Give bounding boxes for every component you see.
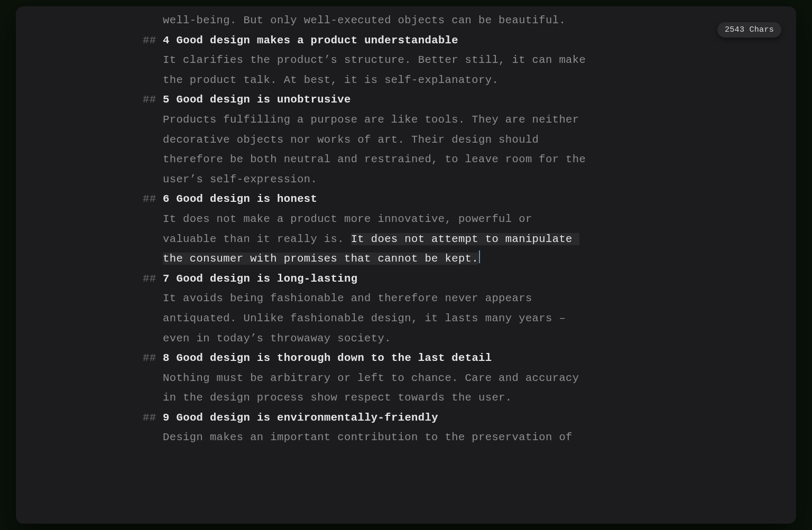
markdown-marker: ## [143, 273, 156, 285]
markdown-marker: ## [143, 352, 156, 364]
body-line[interactable]: It avoids being fashionable and therefor… [16, 289, 619, 348]
markdown-marker: ## [143, 94, 156, 106]
heading-text: 7 Good design is long-lasting [163, 273, 357, 285]
body-line-active[interactable]: It does not make a product more innovati… [16, 209, 619, 269]
body-text: Design makes an important contribution t… [163, 431, 573, 443]
heading-line[interactable]: ## 7 Good design is long-lasting [16, 269, 608, 289]
body-text: well-being. But only well-executed objec… [163, 14, 566, 26]
body-line[interactable]: Products fulfilling a purpose are like t… [16, 110, 619, 189]
heading-line[interactable]: ## 9 Good design is environmentally-frie… [16, 408, 608, 428]
body-text: Nothing must be arbitrary or left to cha… [163, 372, 586, 404]
editor-surface[interactable]: well-being. But only well-executed objec… [16, 6, 796, 524]
body-line[interactable]: Nothing must be arbitrary or left to cha… [16, 368, 619, 408]
heading-line[interactable]: ## 4 Good design makes a product underst… [16, 31, 608, 51]
markdown-marker: ## [143, 412, 156, 424]
body-text: It avoids being fashionable and therefor… [163, 292, 573, 344]
text-cursor [479, 250, 480, 263]
heading-text: 5 Good design is unobtrusive [163, 94, 351, 106]
markdown-marker: ## [143, 34, 156, 47]
body-text: It clarifies the product’s structure. Be… [163, 54, 593, 86]
heading-text: 9 Good design is environmentally-friendl… [163, 412, 438, 424]
heading-text: 8 Good design is thorough down to the la… [163, 352, 492, 364]
editor-window: 2543 Chars well-being. But only well-exe… [16, 6, 796, 524]
body-line[interactable]: Design makes an important contribution t… [16, 427, 619, 448]
markdown-marker: ## [143, 193, 156, 205]
heading-text: 6 Good design is honest [163, 193, 317, 205]
body-line[interactable]: It clarifies the product’s structure. Be… [16, 50, 619, 90]
body-line[interactable]: well-being. But only well-executed objec… [16, 11, 619, 31]
heading-line[interactable]: ## 8 Good design is thorough down to the… [16, 348, 608, 368]
body-text: Products fulfilling a purpose are like t… [163, 114, 593, 185]
heading-line[interactable]: ## 5 Good design is unobtrusive [16, 90, 608, 110]
heading-line[interactable]: ## 6 Good design is honest [16, 189, 608, 209]
heading-text: 4 Good design makes a product understand… [163, 34, 458, 47]
